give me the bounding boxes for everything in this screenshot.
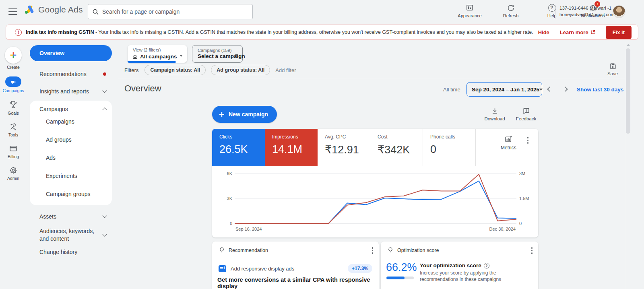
save-button[interactable]: Save (601, 62, 624, 76)
chip-campaign-status[interactable]: Campaign status: All (144, 65, 206, 75)
feedback-icon (522, 107, 530, 115)
caret-down-icon (539, 89, 543, 91)
recommendation-uplift-badge: +17.3% (348, 264, 372, 273)
optimization-score-value: 66.2% (386, 261, 417, 274)
nav-item-insights[interactable]: Insights and reports (30, 88, 112, 95)
rail-label-create: Create (7, 65, 20, 70)
search-input[interactable] (102, 8, 248, 15)
feedback-button[interactable]: Feedback (513, 107, 539, 121)
scrollbar-thumb[interactable] (626, 48, 630, 134)
next-period-button[interactable] (561, 86, 569, 93)
avatar[interactable] (613, 5, 625, 18)
account-info[interactable]: 137-191-6446 Marwari -1 honeyadver81@gma… (559, 5, 610, 18)
view-filter-dropdown[interactable]: View (2 filters) All campaigns (128, 45, 187, 63)
show-last-30-days-link[interactable]: Show last 30 days (577, 87, 623, 93)
header-divider (555, 5, 556, 19)
vertical-scrollbar (625, 42, 631, 289)
optimization-score-card: Optimization score 66.2% Your optimizati… (381, 242, 538, 289)
nav-group-campaigns[interactable]: Campaigns (30, 106, 112, 112)
rail-item-admin[interactable]: Admin (7, 166, 19, 181)
previous-period-button[interactable] (546, 86, 553, 93)
google-ads-logo-icon (24, 5, 35, 14)
recommendation-overflow-menu[interactable] (370, 246, 375, 256)
banner-body: - Your India tax info is missing a GSTIN… (94, 29, 533, 35)
help-icon: ? (548, 4, 556, 12)
metrics-button[interactable]: Metrics (501, 135, 516, 151)
trophy-icon (9, 100, 18, 109)
rail-item-goals[interactable]: Goals (8, 100, 19, 116)
metric-cell-1[interactable]: Impressions 14.1M (265, 129, 318, 166)
metric-label-impressions: Impressions (272, 134, 318, 140)
nav-item-campaign-groups[interactable]: Campaign groups (30, 185, 112, 203)
download-button[interactable]: Download (481, 107, 508, 121)
nav-item-campaigns[interactable]: Campaigns (30, 112, 112, 130)
campaigns-group-card: Campaigns Campaigns Ad groups Ads Experi… (30, 101, 112, 205)
chevron-down-icon (102, 213, 107, 218)
date-range-value: Sep 20, 2024 – Jan 1, 2025 (472, 87, 539, 93)
nav-item-recommendations[interactable]: Recommendations (30, 71, 112, 77)
y-axis-left-tick-6k: 6K (227, 171, 233, 176)
metrics-label: Metrics (501, 145, 516, 151)
global-search[interactable] (88, 4, 253, 19)
rail-item-billing[interactable]: Billing (8, 144, 19, 159)
hamburger-menu-icon[interactable] (8, 8, 17, 15)
recommendation-headline[interactable]: Get more conversions at a similar CPA wi… (217, 277, 370, 289)
banner-message: India tax info missing GSTIN - Your Indi… (26, 29, 533, 35)
nav-item-overview[interactable]: Overview (30, 45, 112, 61)
tools-icon (9, 122, 18, 131)
y-axis-right-tick-0: 0 (519, 221, 522, 226)
optimization-progress-fill (386, 277, 405, 279)
recommendation-item-label: Add responsive display ads (231, 266, 348, 272)
recommendation-item[interactable]: Add responsive display ads +17.3% (219, 264, 372, 273)
optimization-headline: Your optimization score ? (420, 262, 531, 268)
lightbulb-icon (387, 246, 394, 254)
save-label: Save (607, 71, 618, 76)
hide-link[interactable]: Hide (538, 29, 549, 35)
refresh-button[interactable]: Refresh (495, 3, 526, 18)
help-circle-icon[interactable]: ? (484, 263, 489, 268)
metric-label-cost: Cost (378, 134, 423, 140)
download-label: Download (484, 116, 505, 121)
y-axis-left-tick-0: 0 (230, 221, 232, 226)
rail-label-billing: Billing (8, 154, 19, 159)
google-ads-logo: Google Ads (24, 5, 83, 14)
insights-label: Insights and reports (39, 88, 89, 95)
add-filter-button[interactable]: Add filter (275, 67, 296, 73)
rail-item-create[interactable]: Create (5, 42, 22, 70)
nav-item-change-history[interactable]: Change history (30, 249, 112, 255)
metric-cell-0[interactable]: Clicks 26.5K (212, 129, 265, 166)
lightbulb-icon (218, 246, 225, 254)
recommendation-card-header: Recommendation (212, 242, 379, 259)
nav-item-ads[interactable]: Ads (30, 149, 112, 167)
metric-cell-4[interactable]: Phone calls 0 (423, 129, 476, 166)
y-axis-left-tick-3k: 3K (227, 196, 233, 201)
rail-item-tools[interactable]: Tools (8, 122, 19, 137)
nav-item-experiments[interactable]: Experiments (30, 167, 112, 185)
metric-cell-2[interactable]: Avg. CPC ₹12.91 (318, 129, 370, 166)
refresh-label: Refresh (503, 13, 519, 18)
optimization-overflow-menu[interactable] (530, 246, 535, 256)
fix-it-button[interactable]: Fix it (606, 26, 632, 39)
nav-item-ad-groups[interactable]: Ad groups (30, 130, 112, 149)
new-campaign-button[interactable]: New campaign (212, 106, 277, 123)
metrics-overflow-menu[interactable] (526, 135, 530, 145)
left-rail: Create Campaigns Goals Tools Billing Adm… (0, 42, 27, 188)
plus-icon (219, 111, 225, 118)
appearance-button[interactable]: Appearance (454, 3, 485, 18)
banner-title: India tax info missing GSTIN (26, 29, 94, 35)
metric-cell-3[interactable]: Cost ₹342K (370, 129, 423, 166)
learn-more-link[interactable]: Learn more (560, 29, 595, 35)
campaign-select-label: Campaigns (159) (198, 48, 231, 53)
date-range-preset-label: All time (443, 87, 460, 93)
scrollbar-up-arrow[interactable] (627, 44, 630, 46)
nav-item-assets[interactable]: Assets (30, 213, 112, 220)
optimization-progress-bar (386, 277, 414, 279)
campaign-select-dropdown[interactable]: Campaigns (159) Select a campaign (192, 45, 243, 63)
feedback-label: Feedback (516, 116, 537, 121)
home-icon (132, 54, 138, 60)
chip-ad-group-status[interactable]: Ad group status: All (211, 65, 270, 75)
date-range-picker[interactable]: Sep 20, 2024 – Jan 1, 2025 (466, 82, 542, 97)
nav-item-audiences[interactable]: Audiences, keywords, and content (30, 227, 112, 243)
rail-item-campaigns[interactable]: Campaigns (2, 76, 24, 93)
chevron-up-icon (102, 107, 107, 112)
